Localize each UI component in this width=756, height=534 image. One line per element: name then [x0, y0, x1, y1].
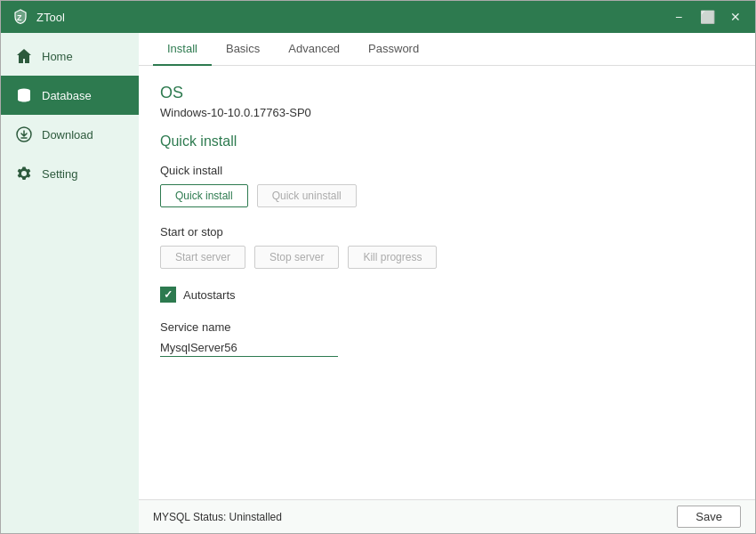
quick-uninstall-button: Quick uninstall [257, 184, 357, 207]
service-name-input[interactable] [160, 339, 338, 357]
sidebar-label-database: Database [42, 89, 92, 102]
content-area: Install Basics Advanced Password OS Wind… [139, 33, 755, 533]
stop-server-button: Stop server [254, 246, 339, 269]
home-icon [15, 47, 33, 65]
autostarts-checkbox[interactable]: ✓ [160, 287, 176, 303]
sidebar-label-download: Download [42, 128, 93, 142]
service-name-label: Service name [160, 320, 734, 334]
start-stop-section: Start or stop Start server Stop server K… [160, 225, 734, 303]
sidebar-label-home: Home [42, 50, 73, 63]
main-layout: Home Database Download [1, 33, 755, 533]
quick-install-section: Quick install Quick install Quick uninst… [160, 164, 734, 207]
download-icon [15, 125, 33, 143]
setting-icon [15, 165, 33, 182]
service-name-section: Service name [160, 320, 734, 357]
kill-progress-button: Kill progress [348, 246, 437, 269]
maximize-button[interactable]: ⬜ [698, 8, 716, 26]
tab-install[interactable]: Install [153, 33, 212, 66]
quick-install-button[interactable]: Quick install [160, 184, 248, 207]
app-logo-icon: Z [12, 8, 29, 26]
app-title: ZTool [36, 11, 670, 24]
sidebar-item-download[interactable]: Download [1, 115, 139, 154]
tab-bar: Install Basics Advanced Password [139, 33, 755, 66]
autostarts-label: Autostarts [183, 288, 236, 302]
svg-text:Z: Z [17, 13, 22, 22]
tab-password[interactable]: Password [354, 33, 433, 66]
quick-install-label: Quick install [160, 164, 734, 177]
mysql-status: MYSQL Status: Uninstalled [153, 511, 677, 523]
quick-install-buttons: Quick install Quick uninstall [160, 184, 734, 207]
checkmark-icon: ✓ [164, 288, 173, 301]
tab-advanced[interactable]: Advanced [274, 33, 354, 66]
app-window: Z ZTool − ⬜ ✕ Home [0, 0, 756, 534]
os-version: Windows-10-10.0.17763-SP0 [160, 106, 734, 119]
status-bar: MYSQL Status: Uninstalled Save [139, 499, 755, 533]
main-content: OS Windows-10-10.0.17763-SP0 Quick insta… [139, 66, 755, 499]
os-title: OS [160, 84, 734, 102]
database-icon [15, 86, 33, 104]
save-button[interactable]: Save [677, 506, 741, 528]
sidebar-label-setting: Setting [42, 167, 77, 181]
sidebar: Home Database Download [1, 33, 139, 533]
title-bar: Z ZTool − ⬜ ✕ [1, 1, 755, 33]
close-button[interactable]: ✕ [727, 8, 744, 26]
sidebar-item-setting[interactable]: Setting [1, 154, 139, 193]
start-stop-buttons: Start server Stop server Kill progress [160, 246, 734, 269]
tab-basics[interactable]: Basics [212, 33, 274, 66]
window-controls: − ⬜ ✕ [670, 8, 744, 26]
minimize-button[interactable]: − [670, 8, 688, 26]
start-server-button: Start server [160, 246, 245, 269]
sidebar-item-database[interactable]: Database [1, 76, 139, 115]
sidebar-item-home[interactable]: Home [1, 36, 139, 76]
quick-install-heading: Quick install [160, 134, 734, 150]
start-stop-label: Start or stop [160, 225, 734, 239]
autostarts-row[interactable]: ✓ Autostarts [160, 287, 734, 303]
